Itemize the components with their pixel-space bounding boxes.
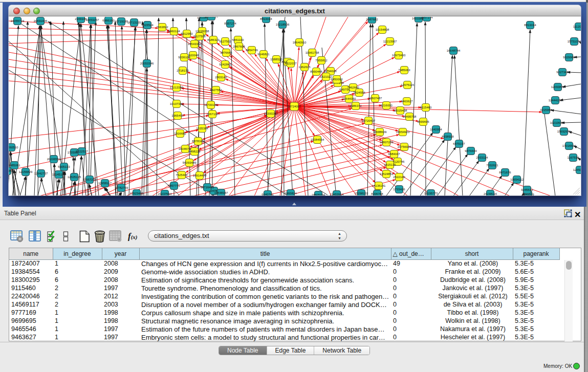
svg-text:1615132: 1615132 [384, 163, 396, 166]
svg-text:10107300: 10107300 [170, 102, 184, 105]
svg-text:18807209: 18807209 [380, 141, 394, 144]
svg-text:15692971: 15692971 [557, 130, 571, 133]
svg-text:6794028: 6794028 [324, 70, 337, 73]
svg-text:20691406: 20691406 [34, 19, 48, 23]
svg-text:16495758: 16495758 [403, 115, 417, 118]
svg-text:1535384: 1535384 [196, 127, 208, 130]
svg-text:9474444: 9474444 [465, 149, 477, 152]
svg-text:9684047: 9684047 [388, 152, 400, 156]
svg-text:26260510: 26260510 [9, 146, 18, 149]
svg-text:1965493: 1965493 [171, 114, 184, 117]
svg-text:9329966: 9329966 [563, 56, 575, 59]
svg-text:10025438: 10025438 [394, 109, 407, 112]
svg-text:2867608: 2867608 [233, 45, 245, 48]
svg-text:2803140: 2803140 [215, 76, 227, 79]
svg-text:1588520: 1588520 [270, 58, 282, 61]
svg-text:19195773: 19195773 [424, 192, 438, 195]
svg-text:1733426: 1733426 [393, 188, 405, 191]
svg-text:8912950: 8912950 [181, 32, 193, 35]
svg-text:8938918: 8938918 [442, 135, 454, 138]
svg-text:20756928: 20756928 [398, 145, 411, 148]
svg-text:7632621: 7632621 [486, 164, 498, 167]
svg-text:10654112: 10654112 [510, 178, 524, 181]
svg-text:24055724: 24055724 [11, 19, 25, 23]
svg-text:12505135: 12505135 [68, 176, 81, 179]
svg-text:9146821: 9146821 [257, 53, 270, 56]
svg-text:3267130: 3267130 [206, 113, 219, 116]
svg-text:17957255: 17957255 [83, 178, 97, 181]
svg-text:9222517: 9222517 [76, 150, 88, 153]
svg-text:15751074: 15751074 [568, 40, 581, 43]
svg-text:12450120: 12450120 [573, 168, 581, 171]
svg-text:5461100: 5461100 [232, 38, 245, 41]
svg-text:6640741: 6640741 [262, 193, 274, 195]
svg-text:24248116: 24248116 [484, 192, 497, 195]
svg-text:1167530: 1167530 [568, 156, 580, 159]
svg-text:13524851: 13524851 [380, 172, 394, 176]
svg-text:20053346: 20053346 [140, 62, 154, 65]
svg-text:12444150: 12444150 [549, 99, 562, 102]
svg-text:12923465: 12923465 [130, 192, 144, 195]
svg-text:8471676: 8471676 [499, 171, 511, 174]
svg-text:9227342: 9227342 [556, 71, 569, 74]
svg-text:3915354: 3915354 [9, 169, 13, 172]
svg-text:16543362: 16543362 [188, 42, 202, 46]
svg-text:16914479: 16914479 [193, 174, 207, 177]
svg-text:10719185: 10719185 [115, 20, 128, 23]
svg-text:7625402: 7625402 [176, 173, 188, 177]
svg-text:7485063: 7485063 [398, 69, 410, 72]
svg-text:10961758: 10961758 [306, 51, 319, 54]
svg-text:11700100: 11700100 [204, 103, 218, 106]
svg-text:8427552: 8427552 [210, 89, 222, 92]
svg-text:9115460: 9115460 [420, 106, 432, 109]
svg-text:16033809: 16033809 [205, 17, 219, 18]
svg-text:2522140: 2522140 [393, 176, 405, 179]
svg-text:23237564: 23237564 [158, 192, 172, 195]
svg-text:8454749: 8454749 [246, 49, 258, 52]
svg-text:14136141: 14136141 [372, 184, 386, 187]
svg-text:21644360: 21644360 [342, 97, 356, 100]
svg-text:12156829: 12156829 [19, 170, 33, 173]
svg-text:9336100: 9336100 [178, 56, 190, 59]
svg-text:18640910: 18640910 [293, 41, 307, 44]
svg-text:6479197: 6479197 [453, 142, 465, 145]
svg-text:15720407: 15720407 [362, 119, 376, 122]
svg-text:10653267: 10653267 [85, 18, 99, 21]
svg-text:10210643: 10210643 [550, 121, 564, 124]
svg-text:12213967: 12213967 [383, 40, 397, 43]
svg-text:11145194: 11145194 [52, 173, 66, 176]
svg-text:10154808: 10154808 [376, 28, 389, 31]
svg-text:8878342: 8878342 [192, 140, 204, 143]
svg-text:12213369: 12213369 [170, 86, 184, 89]
svg-text:7955812: 7955812 [315, 59, 328, 62]
svg-text:20206551: 20206551 [47, 158, 61, 161]
svg-text:56093489: 56093489 [183, 161, 197, 164]
svg-text:16782759: 16782759 [115, 186, 128, 189]
svg-text:2718170: 2718170 [177, 69, 189, 72]
svg-text:8813014: 8813014 [524, 24, 536, 27]
svg-text:9699695: 9699695 [417, 120, 429, 123]
svg-text:19548347: 19548347 [214, 191, 228, 194]
svg-text:9245612: 9245612 [521, 188, 533, 191]
svg-text:7515524: 7515524 [141, 24, 154, 27]
svg-text:10688609: 10688609 [373, 130, 387, 134]
svg-text:18724007: 18724007 [288, 105, 301, 108]
svg-text:8357274: 8357274 [224, 22, 236, 25]
svg-text:19654923: 19654923 [396, 130, 410, 134]
svg-text:9993824: 9993824 [285, 192, 297, 195]
svg-text:8186323: 8186323 [207, 38, 220, 41]
svg-text:5905133: 5905133 [58, 165, 70, 168]
svg-text:9127508: 9127508 [193, 35, 206, 38]
svg-text:12093872: 12093872 [551, 85, 565, 89]
svg-text:18805794: 18805794 [312, 193, 325, 195]
svg-text:1362615: 1362615 [298, 65, 311, 69]
svg-text:8206768: 8206768 [371, 192, 383, 195]
svg-text:10807487: 10807487 [368, 97, 382, 100]
svg-text:7357274: 7357274 [421, 17, 433, 19]
svg-text:17016504: 17016504 [562, 144, 576, 147]
svg-text:6450000: 6450000 [331, 78, 343, 81]
svg-text:3215958: 3215958 [540, 108, 552, 112]
svg-text:12975115: 12975115 [401, 83, 415, 86]
svg-text:9498222: 9498222 [188, 150, 201, 153]
svg-text:8960124: 8960124 [168, 30, 180, 33]
